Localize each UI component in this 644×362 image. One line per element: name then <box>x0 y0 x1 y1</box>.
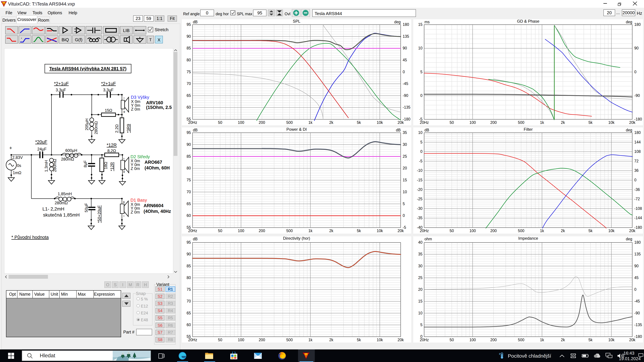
svg-text:205µH: 205µH <box>84 118 89 130</box>
svg-text:2,2Ω: 2,2Ω <box>114 124 119 133</box>
svg-text:50µF: 50µF <box>84 203 88 212</box>
svg-text:1mΩ: 1mΩ <box>13 170 21 175</box>
svg-text:*12R: *12R <box>107 143 117 148</box>
svg-text:*12R: *12R <box>110 162 114 171</box>
svg-text:-: - <box>123 213 124 218</box>
svg-text:(15Ohm, 2.5: (15Ohm, 2.5 <box>146 105 172 110</box>
svg-text:Z 0m: Z 0m <box>131 166 140 171</box>
svg-text:8µF: 8µF <box>83 160 88 167</box>
svg-text:+: + <box>9 145 12 151</box>
svg-text:Z 0m: Z 0m <box>131 107 140 111</box>
svg-text:1,3mH: 1,3mH <box>44 160 48 172</box>
svg-text:1,85mH: 1,85mH <box>58 192 72 196</box>
svg-text:280mΩ: 280mΩ <box>94 121 98 134</box>
svg-text:-: - <box>123 155 124 161</box>
svg-text:(4Ohm, 60H: (4Ohm, 60H <box>144 165 170 170</box>
svg-text:3,3µF: 3,3µF <box>103 88 114 92</box>
svg-text:ARO667: ARO667 <box>144 160 162 165</box>
svg-text:ARN6604: ARN6604 <box>144 203 164 208</box>
svg-text:8,2Ω: 8,2Ω <box>107 148 116 153</box>
svg-text:L1- 2,2mH: L1- 2,2mH <box>42 206 64 212</box>
svg-text:-: - <box>123 95 125 100</box>
svg-text:+: + <box>123 109 126 114</box>
svg-text:* Původní hodnota: * Původní hodnota <box>12 235 49 240</box>
svg-text:0s: 0s <box>17 163 21 168</box>
svg-text:D3 Výšky: D3 Výšky <box>131 95 149 100</box>
svg-text:*50+20uF: *50+20uF <box>97 205 102 223</box>
svg-text:15Ω: 15Ω <box>105 108 112 113</box>
svg-text:3,3µF: 3,3µF <box>56 88 66 92</box>
svg-text:*20uF: *20uF <box>35 139 47 144</box>
svg-text:24µF: 24µF <box>37 147 46 151</box>
svg-text:+: + <box>123 169 125 174</box>
svg-text:280mΩ: 280mΩ <box>52 159 57 172</box>
svg-text:Tesla ARS944 (výhybka 2AN 281: Tesla ARS944 (výhybka 2AN 281 57) <box>49 66 126 71</box>
svg-text:*2+1uF: *2+1uF <box>101 81 116 86</box>
svg-text:600µH: 600µH <box>65 148 77 153</box>
svg-text:18Ω: 18Ω <box>104 162 108 169</box>
svg-text:280mΩ: 280mΩ <box>61 157 74 161</box>
svg-text:*3R9: *3R9 <box>126 124 131 133</box>
svg-text:2,83V: 2,83V <box>12 155 23 160</box>
svg-text:skutečná 1,85mH: skutečná 1,85mH <box>43 212 80 218</box>
svg-text:Z 0m: Z 0m <box>131 210 140 214</box>
svg-text:280mΩ: 280mΩ <box>55 201 68 205</box>
svg-text:+: + <box>122 199 125 204</box>
svg-text:ARV160: ARV160 <box>146 100 163 105</box>
svg-text:(4Ohm, 40Hz: (4Ohm, 40Hz <box>144 209 171 214</box>
svg-text:D1 Basy: D1 Basy <box>130 198 147 203</box>
svg-text:*2+1uF: *2+1uF <box>54 81 69 86</box>
